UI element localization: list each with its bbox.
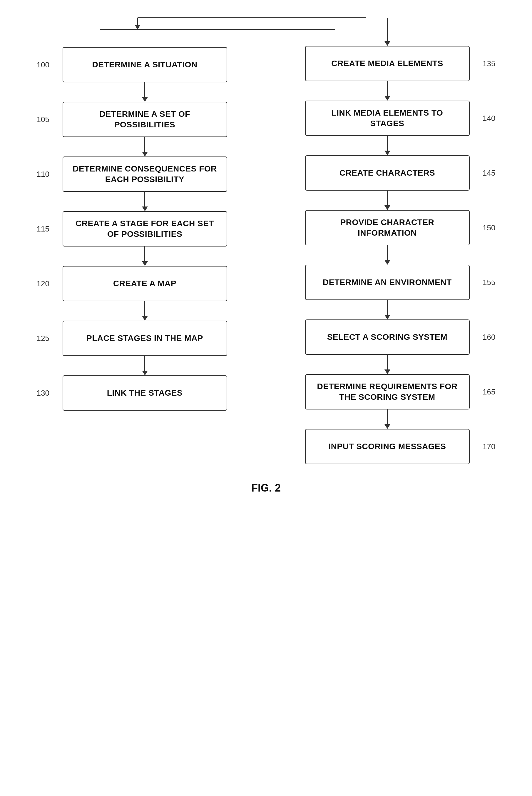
ref-145: 145 — [482, 168, 495, 178]
box-130-text: LINK THE STAGES — [107, 388, 183, 398]
ref-160: 160 — [482, 333, 495, 342]
ref-165: 165 — [482, 387, 495, 397]
left-column: 100 DETERMINE A SITUATION 105 DETERMINE … — [45, 47, 245, 411]
ref-155: 155 — [482, 278, 495, 287]
connector-120-125 — [45, 301, 245, 321]
box-110-text: DETERMINE CONSEQUENCES FOR EACH POSSIBIL… — [72, 164, 218, 185]
ref-130: 130 — [37, 388, 50, 398]
ref-120: 120 — [37, 279, 50, 288]
box-110: 110 DETERMINE CONSEQUENCES FOR EACH POSS… — [63, 157, 227, 192]
connector-105-110 — [45, 137, 245, 157]
connector-135-140 — [287, 81, 487, 101]
box-170-text: INPUT SCORING MESSAGES — [329, 441, 446, 452]
box-125: 125 PLACE STAGES IN THE MAP — [63, 321, 227, 356]
box-150: 150 PROVIDE CHARACTER INFORMATION — [305, 210, 470, 245]
box-130: 130 LINK THE STAGES — [63, 375, 227, 411]
box-100: 100 DETERMINE A SITUATION — [63, 47, 227, 83]
box-125-text: PLACE STAGES IN THE MAP — [87, 333, 203, 344]
box-145: 145 CREATE CHARACTERS — [305, 155, 470, 191]
connector-150-155 — [287, 245, 487, 265]
box-155: 155 DETERMINE AN ENVIRONMENT — [305, 265, 470, 300]
connector-165-170 — [287, 410, 487, 429]
ref-140: 140 — [482, 114, 495, 123]
box-135-text: CREATE MEDIA ELEMENTS — [331, 58, 443, 69]
box-170: 170 INPUT SCORING MESSAGES — [305, 429, 470, 464]
box-120: 120 CREATE A MAP — [63, 266, 227, 301]
fig-caption-text: FIG. 2 — [251, 482, 281, 494]
ref-150: 150 — [482, 223, 495, 232]
ref-110: 110 — [37, 170, 50, 179]
top-entry-line — [387, 18, 388, 41]
ref-125: 125 — [37, 334, 50, 343]
connector-160-165 — [287, 355, 487, 374]
top-entry-arrow — [384, 41, 390, 46]
connector-110-115 — [45, 192, 245, 211]
box-105: 105 DETERMINE A SET OF POSSIBILITIES — [63, 102, 227, 137]
box-140: 140 LINK MEDIA ELEMENTS TO STAGES — [305, 101, 470, 136]
box-135: 135 CREATE MEDIA ELEMENTS — [305, 46, 470, 81]
ref-170: 170 — [482, 442, 495, 451]
connector-125-130 — [45, 356, 245, 375]
ref-135: 135 — [482, 59, 495, 68]
ref-105: 105 — [37, 115, 50, 124]
box-105-text: DETERMINE A SET OF POSSIBILITIES — [72, 109, 218, 130]
box-115-text: CREATE A STAGE FOR EACH SET OF POSSIBILI… — [72, 218, 218, 240]
box-100-text: DETERMINE A SITUATION — [92, 59, 197, 70]
diagram-container: 100 DETERMINE A SITUATION 105 DETERMINE … — [0, 0, 532, 779]
box-155-text: DETERMINE AN ENVIRONMENT — [323, 277, 452, 288]
ref-115: 115 — [37, 224, 50, 234]
connector-140-145 — [287, 136, 487, 155]
right-column: 135 CREATE MEDIA ELEMENTS 140 LINK MEDIA… — [287, 18, 487, 464]
box-165: 165 DETERMINE REQUIREMENTS FOR THE SCORI… — [305, 374, 470, 410]
box-150-text: PROVIDE CHARACTER INFORMATION — [315, 217, 460, 239]
box-115: 115 CREATE A STAGE FOR EACH SET OF POSSI… — [63, 211, 227, 247]
connector-100-105 — [45, 83, 245, 102]
connector-155-160 — [287, 300, 487, 320]
connector-115-120 — [45, 247, 245, 266]
box-140-text: LINK MEDIA ELEMENTS TO STAGES — [315, 108, 460, 129]
ref-100: 100 — [37, 60, 50, 69]
box-165-text: DETERMINE REQUIREMENTS FOR THE SCORING S… — [315, 381, 460, 403]
box-120-text: CREATE A MAP — [113, 278, 176, 289]
connector-145-150 — [287, 191, 487, 210]
box-145-text: CREATE CHARACTERS — [340, 168, 435, 178]
figure-caption: FIG. 2 — [23, 482, 509, 494]
box-160: 160 SELECT A SCORING SYSTEM — [305, 320, 470, 355]
box-160-text: SELECT A SCORING SYSTEM — [327, 332, 448, 342]
